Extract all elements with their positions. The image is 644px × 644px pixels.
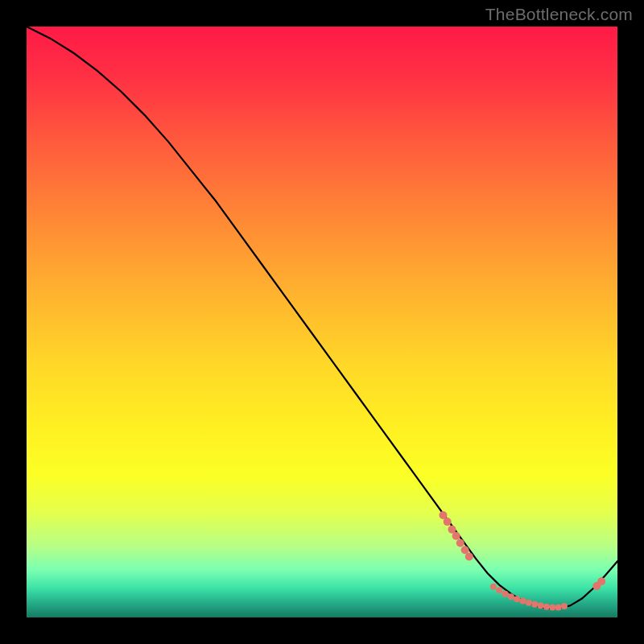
marker-dot [531,601,538,608]
marker-dot [597,577,605,585]
marker-dot [514,596,520,602]
chart-stage: TheBottleneck.com [0,0,644,644]
marker-dot [538,602,544,609]
plot-area [27,27,617,617]
marker-dot [490,584,497,590]
marker-dots [439,511,605,611]
marker-dot [555,605,562,611]
marker-dot [526,600,532,606]
marker-dot [465,552,473,560]
marker-dot [502,591,509,597]
marker-dot [549,605,555,611]
bottleneck-curve-path [27,27,617,609]
watermark-text: TheBottleneck.com [485,5,633,24]
marker-dot [543,604,550,610]
marker-dot [561,603,568,609]
marker-dot [508,593,514,600]
marker-dot [456,539,464,547]
marker-dot [496,587,502,593]
marker-dot [520,597,526,604]
marker-dot [444,518,452,526]
marker-dot [452,532,460,540]
curve-layer [27,27,617,617]
